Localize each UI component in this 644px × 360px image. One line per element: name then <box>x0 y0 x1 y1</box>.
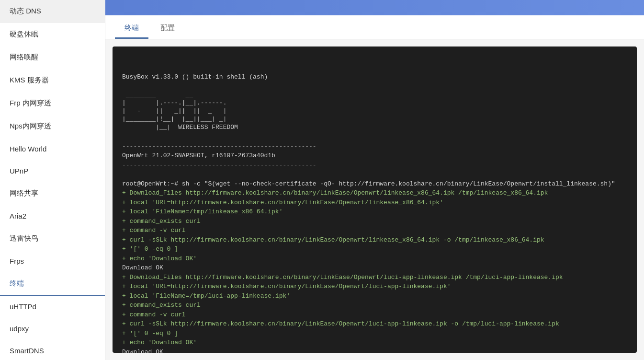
sidebar-item-label: 网络唤醒 <box>10 53 38 62</box>
terminal-line-2: + local 'URL=http://firmware.koolshare.c… <box>122 198 627 208</box>
terminal-line-4: + command_exists curl <box>122 217 627 226</box>
terminal-line-0: root@OpenWrt:~# sh -c "$(wget --no-check… <box>122 179 627 189</box>
terminal-line-10: + Download_Files http://firmware.koolsha… <box>122 273 627 282</box>
tab-terminal-tab[interactable]: 终端 <box>115 18 148 39</box>
sidebar-item-network-share[interactable]: 网络共享 <box>0 182 105 205</box>
sidebar-item-label: SmartDNS <box>10 347 44 355</box>
sidebar: 动态 DNS硬盘休眠网络唤醒KMS 服务器Frp 内网穿透Nps内网穿透Hell… <box>0 0 105 360</box>
sidebar-item-label: KMS 服务器 <box>10 76 49 85</box>
terminal-line-15: + curl -sSLk http://firmware.koolshare.c… <box>122 319 627 329</box>
terminal-line-1: + Download_Files http://firmware.koolsha… <box>122 188 627 198</box>
terminal-line-17: + echo 'Download OK' <box>122 338 627 348</box>
terminal-output[interactable]: BusyBox v1.33.0 () built-in shell (ash) … <box>113 46 637 353</box>
terminal-line-6: + curl -sSLk http://firmware.koolshare.c… <box>122 235 627 245</box>
sidebar-item-kms-server[interactable]: KMS 服务器 <box>0 69 105 92</box>
terminal-line-7: + '[' 0 -eq 0 ] <box>122 244 627 254</box>
sidebar-item-label: Frps <box>10 257 24 265</box>
terminal-line-14: + command -v curl <box>122 310 627 320</box>
separator-2: ----------------------------------------… <box>122 161 627 170</box>
terminal-line-8: + echo 'Download OK' <box>122 254 627 264</box>
sidebar-item-label: UPnP <box>10 167 28 175</box>
sidebar-item-hello-world[interactable]: Hello World <box>0 138 105 160</box>
sidebar-item-uhttpd[interactable]: uHTTPd <box>0 296 105 318</box>
terminal-line-9: Download OK <box>122 263 627 273</box>
sidebar-item-aria2[interactable]: Aria2 <box>0 205 105 227</box>
tab-bar: 终端配置 <box>105 15 644 39</box>
sidebar-item-label: 终端 <box>10 279 24 288</box>
sidebar-item-label: 网络共享 <box>10 189 38 198</box>
sidebar-item-label: Frp 内网穿透 <box>10 99 51 108</box>
sidebar-item-udpxy[interactable]: udpxy <box>0 318 105 340</box>
sidebar-item-label: 硬盘休眠 <box>10 30 38 39</box>
terminal-line-13: + command_exists curl <box>122 301 627 310</box>
sidebar-item-smartdns[interactable]: SmartDNS <box>0 340 105 360</box>
sidebar-item-label: Aria2 <box>10 212 26 220</box>
terminal-line-3: + local 'FileName=/tmp/linkease_x86_64.i… <box>122 207 627 217</box>
main-content: 终端配置 BusyBox v1.33.0 () built-in shell (… <box>105 0 644 360</box>
busybox-version: BusyBox v1.33.0 () built-in shell (ash) <box>122 72 627 82</box>
sidebar-item-label: uHTTPd <box>10 302 36 311</box>
sidebar-item-frps[interactable]: Frps <box>0 250 105 272</box>
terminal-line-16: + '[' 0 -eq 0 ] <box>122 329 627 338</box>
terminal-line-12: + local 'FileName=/tmp/luci-app-linkease… <box>122 291 627 301</box>
sidebar-item-frp-tunnel[interactable]: Frp 内网穿透 <box>0 92 105 115</box>
terminal-container: BusyBox v1.33.0 () built-in shell (ash) … <box>113 46 637 353</box>
sidebar-item-upnp[interactable]: UPnP <box>0 160 105 182</box>
terminal-line-5: + command -v curl <box>122 226 627 235</box>
ascii-art-banner: ________ __ | |.----.|__|.------. | - ||… <box>122 91 627 131</box>
sidebar-item-terminal[interactable]: 终端 <box>0 272 105 296</box>
sidebar-item-disk-sleep[interactable]: 硬盘休眠 <box>0 23 105 46</box>
sidebar-item-dynamic-dns[interactable]: 动态 DNS <box>0 0 105 23</box>
separator-1: ----------------------------------------… <box>122 142 627 151</box>
sidebar-item-label: Hello World <box>10 145 46 153</box>
sidebar-item-label: udpxy <box>10 325 29 333</box>
sidebar-item-label: Nps内网穿透 <box>10 122 51 131</box>
sidebar-item-nps-tunnel[interactable]: Nps内网穿透 <box>0 115 105 138</box>
tab-config-tab[interactable]: 配置 <box>151 18 184 39</box>
top-bar <box>105 0 644 15</box>
openwrt-version: OpenWrt 21.02-SNAPSHOT, r16107-2673a40d1… <box>122 151 627 161</box>
terminal-line-18: Download OK <box>122 348 627 353</box>
sidebar-item-label: 迅雷快鸟 <box>10 234 38 243</box>
sidebar-item-network-wakeup[interactable]: 网络唤醒 <box>0 46 105 69</box>
sidebar-item-label: 动态 DNS <box>10 7 41 16</box>
terminal-line-11: + local 'URL=http://firmware.koolshare.c… <box>122 282 627 291</box>
sidebar-item-xunlei[interactable]: 迅雷快鸟 <box>0 227 105 250</box>
